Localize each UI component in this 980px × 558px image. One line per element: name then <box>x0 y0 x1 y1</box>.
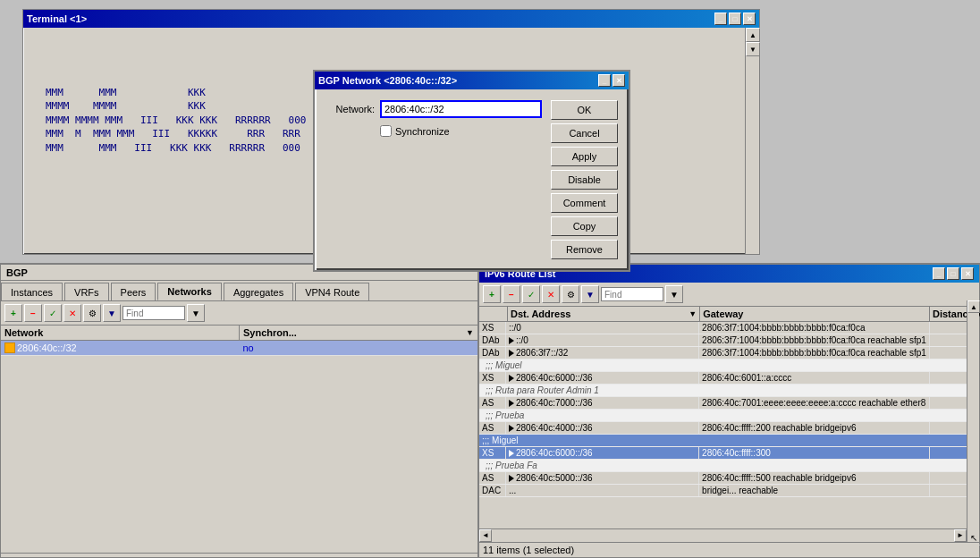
col-type <box>479 307 508 321</box>
ipv6-vscrollbar[interactable]: ▲ ↖ ▼ <box>967 300 979 557</box>
ipv6-comment-row-selected: ;;; Miguel <box>479 435 979 447</box>
bgp-status-bar <box>1 553 477 557</box>
ipv6-check-button[interactable]: ✓ <box>522 285 540 303</box>
terminal-scrollbar[interactable]: ▲ ▼ <box>745 28 759 254</box>
ipv6-table-row[interactable]: AS 2806:40c:4000::/36 2806:40c:ffff::200… <box>479 422 979 435</box>
hscroll-track <box>492 529 954 541</box>
ipv6-comment-row: ;;; Prueba Fa <box>479 460 979 472</box>
bgp-network-dialog: BGP Network <2806:40c::/32> _ ✕ Network:… <box>313 70 630 272</box>
comment-button[interactable]: Comment <box>551 193 618 213</box>
terminal-maximize-button[interactable]: □ <box>729 13 741 25</box>
scrollbar-up-arrow[interactable]: ▲ <box>746 28 760 42</box>
network-label: Network: <box>325 104 375 114</box>
bgp-table-row[interactable]: 2806:40c::/32 no <box>1 341 477 356</box>
ipv6-remove-button[interactable]: − <box>503 285 520 303</box>
ipv6-panel: IPv6 Route List _ □ ✕ + − ✓ ✕ ⚙ ▼ ▼ Dst.… <box>478 263 980 558</box>
settings-button[interactable]: ⚙ <box>83 304 101 322</box>
terminal-close-button[interactable]: ✕ <box>743 13 756 25</box>
sort-icon: ▼ <box>466 328 474 337</box>
ipv6-titlebar-buttons: _ □ ✕ <box>933 267 974 280</box>
cancel-button[interactable]: Cancel <box>551 123 618 143</box>
tab-vpn4-route[interactable]: VPN4 Route <box>295 283 369 300</box>
ipv6-table-row[interactable]: DAb 2806:3f7::/32 2806:3f7:1004:bbbb:bbb… <box>479 347 979 359</box>
ipv6-minimize-button[interactable]: _ <box>933 267 945 280</box>
x-button[interactable]: ✕ <box>63 304 81 322</box>
vscroll-up-arrow[interactable]: ▲ <box>967 300 980 313</box>
ipv6-close-button[interactable]: ✕ <box>961 267 974 280</box>
disable-button[interactable]: Disable <box>551 170 618 190</box>
ipv6-table-row-selected[interactable]: XS 2806:40c:6000::/36 2806:40c:ffff::300 <box>479 447 979 460</box>
terminal-minimize-button[interactable]: _ <box>714 13 727 25</box>
terminal-title: Terminal <1> <box>27 13 87 24</box>
terminal-titlebar-buttons: _ □ ✕ <box>714 13 756 25</box>
terminal-titlebar: Terminal <1> _ □ ✕ <box>23 10 759 28</box>
expand-icon <box>509 375 514 382</box>
tab-aggregates[interactable]: Aggregates <box>224 283 293 300</box>
ipv6-table-row[interactable]: AS 2806:40c:5000::/36 2806:40c:ffff::500… <box>479 472 979 485</box>
find-dropdown-button[interactable]: ▼ <box>187 304 205 322</box>
synchronize-checkbox[interactable] <box>380 125 392 137</box>
remove-button[interactable]: Remove <box>551 240 618 259</box>
bgp-find-input[interactable] <box>122 306 185 320</box>
col-synchronize: Synchron... ▼ <box>240 326 477 340</box>
dialog-content: Network: Synchronize OK Cancel Apply Dis… <box>315 89 629 270</box>
expand-icon <box>509 350 514 357</box>
add-button[interactable]: + <box>4 304 22 322</box>
synchronize-label: Synchronize <box>395 126 450 137</box>
tab-vrfs[interactable]: VRFs <box>64 283 109 300</box>
ipv6-x-button[interactable]: ✕ <box>542 285 560 303</box>
ipv6-table-row[interactable]: DAb ::/0 2806:3f7:1004:bbbb:bbbb:bbbb:f0… <box>479 334 979 347</box>
dialog-close-button[interactable]: ✕ <box>612 74 625 87</box>
network-cell: 2806:40c::/32 <box>1 341 240 355</box>
expand-icon <box>509 425 514 432</box>
hscroll-right-arrow[interactable]: ► <box>954 529 967 542</box>
bgp-title: BGP <box>6 267 28 278</box>
dialog-titlebar-buttons: _ ✕ <box>598 74 625 87</box>
ipv6-comment-row: ;;; Prueba <box>479 410 979 422</box>
col-gateway: Gateway <box>700 307 930 321</box>
ipv6-table-row[interactable]: DAC ... bridgei... reachable <box>479 485 979 497</box>
filter-button[interactable]: ▼ <box>103 304 121 322</box>
bgp-toolbar: + − ✓ ✕ ⚙ ▼ ▼ <box>1 301 477 326</box>
col-network: Network <box>1 326 240 340</box>
network-icon <box>4 342 15 353</box>
ipv6-status-bar: 11 items (1 selected) <box>479 542 979 557</box>
ipv6-table-row[interactable]: AS 2806:40c:7000::/36 2806:40c:7001:eeee… <box>479 397 979 410</box>
hscroll-left-arrow[interactable]: ◄ <box>479 529 492 542</box>
bgp-panel: BGP Instances VRFs Peers Networks Aggreg… <box>0 263 478 558</box>
sync-cell: no <box>240 341 478 355</box>
network-input[interactable] <box>380 100 542 118</box>
ipv6-find-input[interactable] <box>601 287 663 301</box>
tab-peers[interactable]: Peers <box>111 283 156 300</box>
expand-icon <box>509 475 514 482</box>
bgp-tab-bar: Instances VRFs Peers Networks Aggregates… <box>1 281 477 301</box>
ipv6-toolbar: + − ✓ ✕ ⚙ ▼ ▼ <box>479 283 979 307</box>
tab-networks[interactable]: Networks <box>157 283 222 300</box>
ipv6-filter-button[interactable]: ▼ <box>581 285 599 303</box>
ipv6-add-button[interactable]: + <box>483 285 501 303</box>
check-button[interactable]: ✓ <box>44 304 62 322</box>
ipv6-table-row[interactable]: XS ::/0 2806:3f7:1004:bbbb:bbbb:bbbb:f0c… <box>479 322 979 334</box>
scrollbar-down-arrow[interactable]: ▼ <box>746 42 760 56</box>
bgp-network-dialog-titlebar: BGP Network <2806:40c::/32> _ ✕ <box>315 72 629 89</box>
ipv6-find-dropdown[interactable]: ▼ <box>665 285 683 303</box>
dialog-minimize-button[interactable]: _ <box>598 74 611 87</box>
copy-button[interactable]: Copy <box>551 216 618 236</box>
ipv6-table-body: XS ::/0 2806:3f7:1004:bbbb:bbbb:bbbb:f0c… <box>479 322 979 525</box>
ipv6-hscrollbar[interactable]: ◄ ► <box>479 528 967 541</box>
remove-button-toolbar[interactable]: − <box>24 304 42 322</box>
ipv6-maximize-button[interactable]: □ <box>947 267 959 280</box>
ok-button[interactable]: OK <box>551 100 618 120</box>
ipv6-status-text: 11 items (1 selected) <box>483 545 574 555</box>
bgp-table-header: Network Synchron... ▼ <box>1 326 477 341</box>
bgp-network-dialog-title: BGP Network <2806:40c::/32> <box>318 75 457 86</box>
dialog-form: Network: Synchronize <box>325 100 542 259</box>
ipv6-comment-row: ;;; Miguel <box>479 359 979 372</box>
expand-icon <box>509 337 514 344</box>
ipv6-settings-button[interactable]: ⚙ <box>562 285 579 303</box>
tab-instances[interactable]: Instances <box>1 283 63 300</box>
ipv6-comment-row: ;;; Ruta para Router Admin 1 <box>479 385 979 397</box>
apply-button[interactable]: Apply <box>551 147 618 166</box>
ipv6-table-row[interactable]: XS 2806:40c:6000::/36 2806:40c:6001::a:c… <box>479 372 979 385</box>
ipv6-table-header: Dst. Address ▼ Gateway Distance ▼ <box>479 307 979 322</box>
